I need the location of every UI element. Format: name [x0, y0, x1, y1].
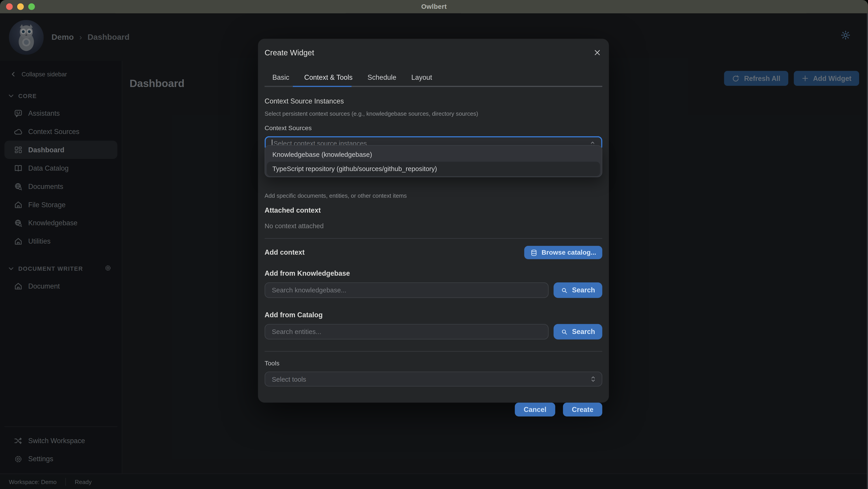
- close-window-button[interactable]: [6, 3, 13, 10]
- context-source-instances-description: Select persistent context sources (e.g.,…: [265, 110, 602, 117]
- attached-context-heading: Attached context: [265, 206, 602, 214]
- context-sources-label: Context Sources: [265, 124, 602, 131]
- tab-schedule[interactable]: Schedule: [368, 74, 397, 81]
- browse-catalog-button[interactable]: Browse catalog...: [524, 246, 602, 259]
- add-from-knowledgebase-heading: Add from Knowledgebase: [265, 269, 602, 277]
- catalog-search-input[interactable]: [265, 324, 549, 340]
- divider: [265, 238, 602, 239]
- tab-basic[interactable]: Basic: [272, 74, 289, 81]
- attached-context-caption: Add specific documents, entities, or oth…: [265, 192, 602, 199]
- context-sources-dropdown: Knowledgebase (knowledgebase) TypeScript…: [265, 145, 602, 177]
- catalog-search-button[interactable]: Search: [554, 324, 602, 340]
- active-tab-indicator: [293, 86, 351, 87]
- cancel-button[interactable]: Cancel: [515, 403, 555, 416]
- browse-catalog-label: Browse catalog...: [541, 249, 596, 256]
- dropdown-option-typescript-repository[interactable]: TypeScript repository (github/sources/gi…: [267, 162, 600, 176]
- context-source-instances-heading: Context Source Instances: [265, 97, 602, 105]
- search-label: Search: [572, 286, 595, 294]
- close-icon[interactable]: [592, 48, 602, 58]
- search-label: Search: [572, 328, 595, 336]
- tab-context-tools[interactable]: Context & Tools: [304, 74, 352, 81]
- minimize-window-button[interactable]: [17, 3, 24, 10]
- traffic-lights: [6, 3, 35, 10]
- search-icon: [561, 287, 568, 294]
- add-context-heading: Add context: [265, 249, 305, 256]
- zoom-window-button[interactable]: [28, 3, 35, 10]
- database-icon: [530, 249, 538, 256]
- dropdown-option-knowledgebase[interactable]: Knowledgebase (knowledgebase): [267, 147, 600, 162]
- tools-placeholder: Select tools: [272, 375, 306, 383]
- search-icon: [561, 328, 568, 335]
- app-window: Owlbert: [0, 0, 868, 489]
- add-from-catalog-heading: Add from Catalog: [265, 311, 602, 319]
- tab-layout[interactable]: Layout: [411, 74, 432, 81]
- window-title: Owlbert: [421, 3, 447, 10]
- knowledgebase-search-button[interactable]: Search: [554, 283, 602, 298]
- modal-tabs: Basic Context & Tools Schedule Layout: [265, 71, 602, 84]
- window-edge: [867, 13, 868, 489]
- create-widget-modal: Create Widget Basic Context & Tools Sche…: [258, 39, 609, 403]
- modal-title: Create Widget: [265, 48, 314, 57]
- tools-label: Tools: [265, 360, 602, 367]
- chevron-updown-icon: [590, 375, 597, 383]
- titlebar: Owlbert: [0, 0, 868, 13]
- no-context-attached-text: No context attached: [265, 222, 602, 230]
- divider: [265, 351, 602, 352]
- create-button[interactable]: Create: [563, 403, 602, 416]
- tools-select[interactable]: Select tools: [265, 372, 602, 386]
- knowledgebase-search-input[interactable]: [265, 283, 549, 298]
- tab-underline-track: [265, 86, 602, 87]
